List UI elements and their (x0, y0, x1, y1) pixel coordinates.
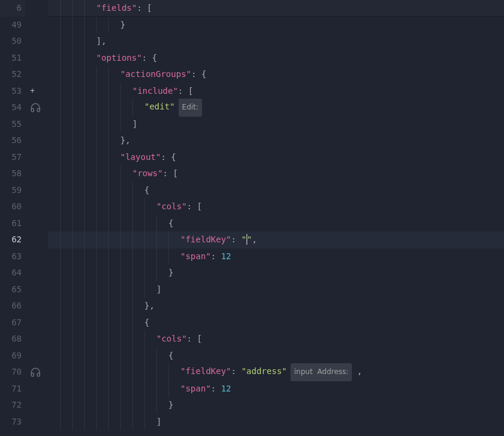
code-line[interactable]: ] (48, 116, 504, 133)
code-line[interactable]: "cols": [ (48, 331, 504, 348)
indent-guide (84, 99, 85, 117)
token-string: "address" (241, 366, 287, 376)
code-line[interactable]: "include": [ (48, 83, 504, 100)
indent-guide (120, 83, 121, 100)
line-content: ] (48, 414, 161, 431)
indent-guide (96, 315, 97, 331)
indent-guide (60, 99, 61, 117)
token-punc: : [ (187, 201, 202, 211)
code-line[interactable]: "fieldKey": "address"input Address: , (48, 364, 504, 381)
indent-guide (96, 381, 97, 398)
code-line[interactable]: }, (48, 298, 504, 315)
indent-guide (168, 363, 169, 381)
line-number: 59 (0, 182, 25, 199)
token-key: "fieldKey" (180, 235, 231, 244)
indent-guide (120, 265, 121, 281)
line-content: { (48, 348, 173, 364)
code-line[interactable]: }, (48, 132, 504, 149)
indent-guide (108, 331, 109, 348)
indent-guide (132, 182, 133, 199)
indent-guide (84, 248, 85, 265)
indent-guide (60, 348, 61, 364)
token-punc: : [ (163, 168, 178, 178)
indent-guide (84, 165, 85, 182)
indent-guide (72, 50, 73, 67)
glyph-slot (26, 381, 48, 398)
indent-guide (60, 265, 61, 281)
line-number: 56 (0, 132, 25, 149)
indent-guide (108, 315, 109, 331)
inlay-hint[interactable]: input Address: (290, 363, 352, 381)
code-line[interactable]: "span": 12 (48, 381, 504, 398)
line-number: 51 (0, 50, 25, 67)
token-punc: { (144, 318, 149, 327)
code-line[interactable]: "edit"Edit: (48, 99, 504, 116)
code-line[interactable]: { (48, 315, 504, 331)
line-content: ], (48, 33, 106, 50)
indent-guide (132, 397, 133, 414)
line-content: "cols": [ (48, 331, 202, 348)
code-editor[interactable]: 6495051525354555657585960616263646566676… (0, 0, 504, 436)
indent-guide (144, 215, 145, 232)
indent-guide (60, 198, 61, 215)
indent-guide (72, 281, 73, 298)
code-line[interactable]: ] (48, 414, 504, 431)
line-number: 6 (0, 0, 25, 17)
indent-guide (84, 66, 85, 83)
indent-guide (72, 381, 73, 398)
indent-guide (96, 363, 97, 381)
token-punc: } (168, 268, 173, 277)
indent-guide (120, 198, 121, 215)
code-line[interactable]: "options": { (48, 50, 504, 67)
code-line[interactable]: { (48, 348, 504, 364)
indent-guide (108, 414, 109, 431)
indent-guide (144, 363, 145, 381)
token-punc: ], (96, 36, 106, 46)
code-line[interactable]: "rows": [ (48, 165, 504, 182)
indent-guide (108, 265, 109, 281)
code-line[interactable]: ], (48, 33, 504, 50)
code-line[interactable]: ] (48, 281, 504, 298)
glyph-slot (26, 50, 48, 67)
indent-guide (84, 198, 85, 215)
code-line[interactable]: } (48, 265, 504, 281)
inlay-hint[interactable]: Edit: (179, 99, 202, 117)
indent-guide (108, 363, 109, 381)
code-line[interactable]: "actionGroups": { (48, 66, 504, 83)
code-line[interactable]: { (48, 182, 504, 199)
sticky-scroll-line[interactable]: "fields": [ (48, 0, 504, 17)
indent-guide (84, 315, 85, 331)
code-line[interactable]: "layout": { (48, 149, 504, 166)
indent-guide (108, 17, 109, 34)
token-punc: } (120, 20, 125, 29)
indent-guide (96, 99, 97, 117)
indent-guide (60, 0, 61, 17)
code-line[interactable]: { (48, 215, 504, 232)
indent-guide (132, 281, 133, 298)
token-punc: }, (144, 301, 155, 310)
line-number: 57 (0, 149, 25, 166)
plus-icon[interactable]: + (30, 83, 35, 100)
indent-guide (60, 248, 61, 265)
code-line[interactable]: "cols": [ (48, 198, 504, 215)
token-punc: { (144, 185, 149, 195)
token-punc: : [ (137, 3, 152, 13)
indent-guide (72, 363, 73, 381)
indent-guide (120, 215, 121, 232)
indent-guide (72, 198, 73, 215)
line-number: 58 (0, 165, 25, 182)
indent-guide (84, 414, 85, 431)
indent-guide (156, 215, 157, 232)
code-line[interactable]: } (48, 17, 504, 34)
indent-guide (72, 298, 73, 315)
indent-guide (108, 132, 109, 149)
code-line[interactable]: } (48, 397, 504, 414)
indent-guide (72, 265, 73, 281)
indent-guide (144, 281, 145, 298)
indent-guide (96, 182, 97, 199)
code-line[interactable]: "fieldKey": "", (48, 232, 504, 248)
code-line[interactable]: "span": 12 (48, 248, 504, 265)
indent-guide (120, 363, 121, 381)
line-content: { (48, 182, 149, 199)
code-area[interactable]: "fields": [}],"options": {"actionGroups"… (48, 0, 504, 436)
